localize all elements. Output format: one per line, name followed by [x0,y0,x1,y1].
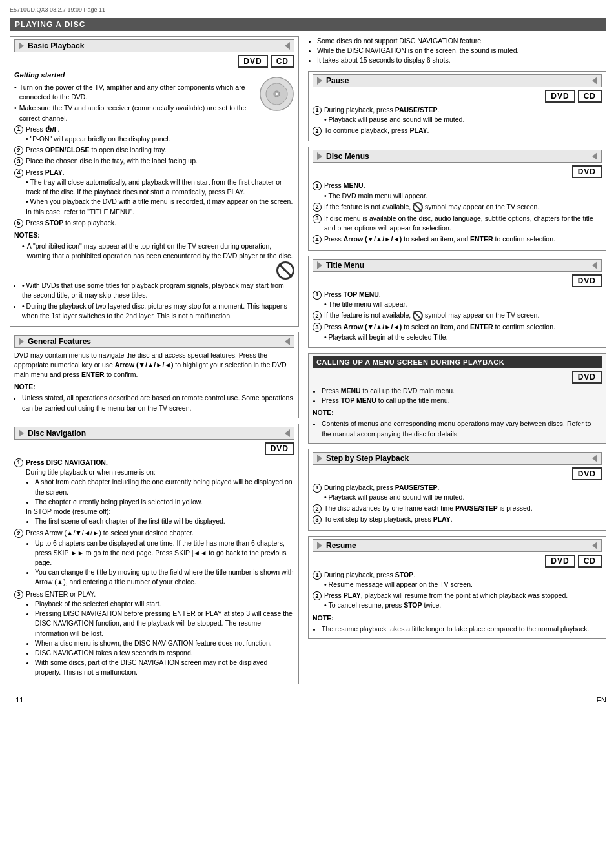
dvd-badge: DVD [238,55,267,68]
disc-menus-badge: DVD [313,165,602,178]
disc-menus-header: Disc Menus [313,150,602,163]
step-by-step-content: 1 During playback, press PAUSE/STEP.• Pl… [313,483,602,525]
pause-title: Pause [313,74,602,87]
getting-started-list: • Turn on the power of the TV, amplifier… [14,83,294,228]
left-column: Basic Playback DVD CD Getting started [10,36,299,690]
general-features-header: General Features [14,335,294,348]
note-label: NOTE: [14,382,294,392]
calling-up-content: Press MENU to call up the DVD main menu.… [313,386,602,439]
basic-playback-content: Getting started • Turn on the power of t… [14,70,294,322]
language-indicator: EN [597,696,606,704]
dvd-badge: DVD [572,371,602,384]
pause-section: Pause DVD CD 1 During playback, press PA… [308,71,606,142]
disc-navigation-section: Disc Navigation DVD 1 Press DISC NAVIGAT… [10,424,299,684]
no-symbol-icon [413,311,423,321]
general-note-list: Unless stated, all operations described … [22,393,294,413]
disc-nav-badge: DVD [14,442,294,455]
dvd-badge: DVD [545,90,575,103]
resume-header: Resume [313,539,602,552]
disc-menus-title: Disc Menus [313,150,602,163]
basic-playback-header: Basic Playback [14,39,294,52]
dvd-badge: DVD [572,274,602,287]
right-column: Some discs do not support DISC NAVIGATIO… [308,36,606,690]
resume-title: Resume [313,539,602,552]
calling-up-title: CALLING UP A MENU SCREEN DURING PLAYBACK [313,356,602,368]
title-menu-header: Title Menu [313,259,602,272]
title-menu-section: Title Menu DVD 1 Press TOP MENU.• The ti… [308,256,606,348]
numbered-item-2: 2 Press OPEN/CLOSE to open disc loading … [14,145,294,155]
step-by-step-header: Step by Step Playback [313,452,602,465]
prohibited-symbol [276,261,294,280]
main-title: PLAYING A DISC [10,18,606,31]
basic-playback-section: Basic Playback DVD CD Getting started [10,36,299,327]
numbered-item-1: 1 Press ⏻/I .• "P-ON" will appear briefl… [14,125,294,144]
general-features-section: General Features DVD may contain menus t… [10,332,299,418]
numbered-item-4: 4 Press PLAY. • The tray will close auto… [14,168,294,217]
two-column-layout: Basic Playback DVD CD Getting started [10,36,606,690]
title-menu-badge: DVD [313,274,602,287]
disc-image [259,76,294,112]
disc-menus-section: Disc Menus DVD 1 Press MENU.• The DVD ma… [308,147,606,250]
note-item: Unless stated, all operations described … [22,393,294,413]
list-item: • Turn on the power of the TV, amplifier… [14,83,255,102]
step-by-step-title: Step by Step Playback [313,452,602,465]
resume-section: Resume DVD CD 1 During playback, press S… [308,536,606,639]
notes-title: NOTES: [14,230,294,240]
disc-navigation-title: Disc Navigation [14,427,294,440]
list-item: • Make sure the TV and audio receiver (c… [14,103,255,123]
calling-up-section: CALLING UP A MENU SCREEN DURING PLAYBACK… [308,353,606,444]
svg-point-3 [276,93,278,96]
pause-content: 1 During playback, press PAUSE/STEP.• Pl… [313,105,602,136]
pause-header: Pause [313,74,602,87]
calling-up-badge: DVD [313,371,602,384]
note-item: • During the playback of two layered dis… [22,302,294,321]
page: E5710UD.QX3 03.2.7 19:09 Page 11 PLAYING… [0,0,616,849]
basic-playback-badges: DVD CD [14,55,294,68]
resume-badges: DVD CD [313,555,602,568]
page-number: – 11 – [10,696,30,704]
disc-nav-step1: 1 Press DISC NAVIGATION. During title pl… [14,458,294,527]
note-label: NOTE: [313,613,602,623]
dvd-badge: DVD [572,467,602,480]
dvd-badge: DVD [572,165,602,178]
step-by-step-section: Step by Step Playback DVD 1 During playb… [308,449,606,531]
title-menu-content: 1 Press TOP MENU.• The title menu will a… [313,290,602,342]
note-item: • A "prohibited icon" may appear at the … [22,241,294,279]
dvd-badge: DVD [545,555,575,568]
general-features-title: General Features [14,335,294,348]
cd-badge: CD [578,555,602,568]
cd-badge: CD [578,90,602,103]
page-header: E5710UD.QX3 03.2.7 19:09 Page 11 [10,6,606,13]
page-footer: – 11 – EN [10,696,606,704]
resume-content: 1 During playback, press STOP.• Resume m… [313,570,602,634]
note-item: • With DVDs that use some titles for pla… [22,281,294,300]
getting-started-title: Getting started [14,70,294,81]
step-by-step-badge: DVD [313,467,602,480]
no-symbol-icon [413,202,423,212]
basic-playback-title: Basic Playback [14,39,294,52]
disc-navigation-header: Disc Navigation [14,427,294,440]
disc-nav-step2: 2 Press Arrow (▲/▼/◄/►) to select your d… [14,528,294,587]
disc-menus-content: 1 Press MENU.• The DVD main menu will ap… [313,181,602,244]
numbered-item-3: 3 Place the chosen disc in the tray, wit… [14,156,294,166]
disc-nav-step3: 3 Press ENTER or PLAY. Playback of the s… [14,589,294,678]
disc-nav-right-notes: Some discs do not support DISC NAVIGATIO… [308,36,606,66]
numbered-item-5: 5 Press STOP to stop playback. [14,218,294,228]
note-label: NOTE: [313,408,602,418]
disc-nav-content: 1 Press DISC NAVIGATION. During title pl… [14,458,294,678]
cd-badge: CD [271,55,294,68]
dvd-badge: DVD [265,442,294,455]
title-menu-title: Title Menu [313,259,602,272]
notes-list: • A "prohibited icon" may appear at the … [22,241,294,321]
general-features-content: DVD may contain menus to navigate the di… [14,351,294,413]
pause-badges: DVD CD [313,90,602,103]
